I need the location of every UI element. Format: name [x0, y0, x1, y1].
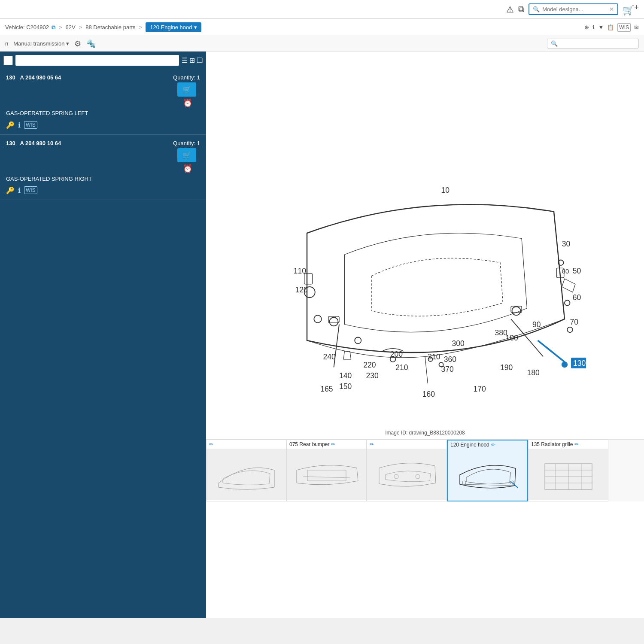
part-row-1[interactable]: 130 A 204 980 05 64 Quantity: 1 🛒 ⏰ GAS-… — [0, 69, 206, 134]
wis-doc-icon-2[interactable]: WIS — [24, 186, 37, 194]
breadcrumb-bar: Vehicle: C204902 ⧉ > 62V > 88 Detachable… — [0, 19, 644, 36]
label-100: 100 — [506, 334, 518, 342]
model-search-input[interactable] — [542, 6, 607, 12]
engine-hood-diagram: 10 30 50 60 70 80 90 100 110 120 130 140… — [264, 169, 586, 426]
edit-icon-3[interactable]: ✏ — [491, 442, 495, 448]
label-160: 160 — [422, 390, 435, 398]
svg-point-18 — [565, 300, 570, 306]
label-170: 170 — [474, 385, 486, 393]
label-380: 380 — [495, 328, 507, 337]
vehicle-link[interactable]: Vehicle: C204902 — [5, 24, 49, 30]
parts-search-bar: ☰ ⊞ ❑ — [0, 52, 206, 69]
svg-rect-21 — [307, 470, 346, 481]
level3-dropdown[interactable]: 120 Engine hood — [146, 22, 201, 32]
clock-icon-1[interactable]: ⏰ — [183, 98, 192, 108]
add-to-cart-button-1[interactable]: 🛒 — [177, 82, 196, 97]
list-view-icon[interactable]: ☰ — [182, 56, 188, 64]
breadcrumb-icons: ⊕ ℹ ▼ 📋 WIS ✉ — [584, 23, 639, 32]
label-130: 130 — [573, 359, 586, 368]
part-pos-1: 130 — [6, 74, 15, 81]
edit-icon-0[interactable]: ✏ — [209, 441, 213, 447]
thumbnail-0[interactable]: ✏ — [206, 440, 286, 501]
doc-flag-icon[interactable]: 📋 — [607, 24, 614, 30]
label-110: 110 — [294, 267, 306, 275]
label-190: 190 — [500, 363, 513, 372]
parts-search-input[interactable] — [15, 55, 179, 66]
select-all-checkbox[interactable] — [3, 56, 13, 65]
close-search-icon[interactable]: ✕ — [609, 6, 614, 12]
bolt-icon[interactable]: 🔩 — [86, 39, 96, 49]
thumbnail-label-4: 135 Radiator grille ✏ — [529, 440, 581, 449]
info-circle-icon-2[interactable]: ℹ — [18, 186, 21, 194]
label-140: 140 — [339, 371, 352, 380]
label-300: 300 — [452, 339, 465, 347]
part-name-2: GAS-OPERATED SPRING RIGHT — [6, 175, 200, 183]
manual-transmission-label: Manual transmission — [13, 40, 64, 47]
part-right-actions-1: Quantity: 1 🛒 ⏰ — [173, 74, 200, 108]
label-240: 240 — [323, 352, 336, 361]
thumbnail-img-4 — [529, 449, 608, 500]
svg-line-27 — [510, 481, 518, 488]
wis-icon[interactable]: WIS — [617, 23, 631, 32]
edit-icon-1[interactable]: ✏ — [331, 441, 335, 447]
wrench-settings-icon[interactable]: ⚙ — [74, 39, 81, 49]
compact-view-icon[interactable]: ❑ — [197, 56, 203, 64]
warning-icon[interactable]: ⚠ — [506, 4, 514, 15]
label-165: 165 — [320, 385, 333, 393]
key-icon-1[interactable]: 🔑 — [6, 121, 15, 129]
part-number-1: A 204 980 05 64 — [20, 74, 61, 81]
label-70: 70 — [570, 317, 579, 326]
thumbnail-label-0: ✏ — [207, 440, 216, 449]
edit-icon-4[interactable]: ✏ — [574, 441, 579, 447]
info-icon[interactable]: ℹ — [592, 24, 595, 30]
thumbnail-4[interactable]: 135 Radiator grille ✏ — [528, 440, 608, 501]
copy-icon[interactable]: ⧉ — [518, 4, 524, 14]
thumbnail-title-1: 075 Rear bumper — [289, 441, 329, 447]
part-quantity-label-1: Quantity: 1 — [173, 74, 200, 81]
svg-line-20 — [303, 477, 350, 478]
thumbnail-1[interactable]: 075 Rear bumper ✏ — [286, 440, 367, 501]
label-310: 310 — [428, 352, 440, 361]
svg-point-4 — [512, 307, 521, 315]
level2-link[interactable]: 88 Detachable parts — [85, 24, 135, 30]
zoom-icon[interactable]: ⊕ — [584, 24, 589, 30]
chevron-down-icon: ▾ — [66, 40, 69, 47]
svg-point-23 — [416, 474, 420, 479]
label-230: 230 — [366, 371, 379, 380]
secondary-search-icon[interactable]: 🔍 — [551, 40, 558, 47]
copy-vehicle-icon[interactable]: ⧉ — [52, 24, 55, 31]
clock-icon-2[interactable]: ⏰ — [183, 164, 192, 173]
manual-transmission-dropdown[interactable]: Manual transmission ▾ — [13, 40, 69, 47]
info-circle-icon-1[interactable]: ℹ — [18, 121, 21, 129]
grid-view-icon[interactable]: ⊞ — [189, 56, 195, 64]
part-pos-2: 130 — [6, 140, 15, 146]
cart-add-icon[interactable]: 🛒+ — [623, 3, 639, 16]
part-name-1: GAS-OPERATED SPRING LEFT — [6, 109, 200, 117]
secondary-search-box: 🔍 — [547, 39, 639, 49]
label-210: 210 — [395, 363, 408, 372]
svg-point-10 — [314, 315, 322, 323]
label-50: 50 — [573, 267, 581, 275]
edit-icon-2[interactable]: ✏ — [370, 441, 374, 447]
secondary-search-input[interactable] — [558, 40, 635, 47]
thumbnails-section: ✏ 075 Rear bumper ✏ — [206, 439, 644, 501]
add-to-cart-button-2[interactable]: 🛒 — [177, 148, 196, 162]
sep2: > — [79, 24, 82, 30]
filter-icon[interactable]: ▼ — [598, 24, 604, 30]
part-row-2[interactable]: 130 A 204 980 10 64 Quantity: 1 🛒 ⏰ GAS-… — [0, 135, 206, 200]
key-icon-2[interactable]: 🔑 — [6, 186, 15, 194]
mail-icon[interactable]: ✉ — [634, 24, 639, 30]
label-200: 200 — [390, 349, 403, 358]
sec-link1[interactable]: n — [5, 40, 8, 47]
main-content: ☰ ⊞ ❑ 130 A 204 980 05 64 Quantity: 1 🛒 — [0, 52, 644, 618]
thumbnail-2[interactable]: ✏ — [367, 440, 447, 501]
level1-link[interactable]: 62V — [66, 24, 76, 30]
thumbnail-3[interactable]: 120 Engine hood ✏ — [447, 440, 528, 501]
label-220: 220 — [363, 360, 376, 369]
wis-doc-icon-1[interactable]: WIS — [24, 121, 37, 129]
label-30: 30 — [562, 240, 571, 248]
thumbnail-label-2: ✏ — [367, 440, 377, 449]
top-search-box: 🔍 ✕ — [529, 3, 618, 15]
label-90: 90 — [532, 320, 541, 329]
thumbnail-img-1 — [287, 449, 366, 500]
